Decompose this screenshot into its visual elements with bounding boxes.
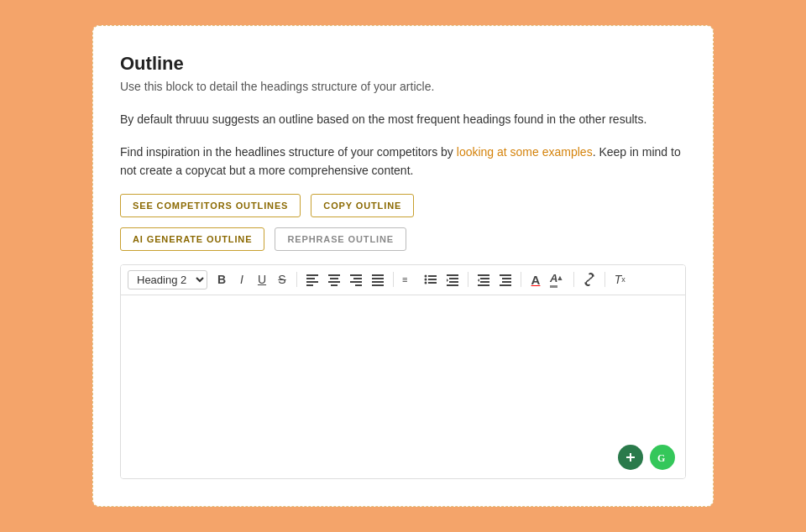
svg-point-19 (425, 279, 427, 281)
examples-link[interactable]: looking at some examples (457, 145, 593, 159)
description-2: Find inspiration in the headlines struct… (120, 143, 686, 180)
svg-rect-11 (355, 284, 362, 286)
svg-rect-7 (331, 284, 338, 286)
separator-3 (468, 272, 468, 287)
separator-5 (573, 272, 574, 287)
svg-rect-5 (330, 278, 338, 279)
page-subtitle: Use this block to detail the headings st… (120, 80, 686, 93)
see-competitors-button[interactable]: SEE COMPETITORS OUTLINES (120, 194, 301, 217)
ordered-list-button[interactable]: ≡ (399, 271, 419, 288)
svg-rect-12 (372, 274, 384, 276)
svg-point-17 (425, 275, 427, 278)
italic-button[interactable]: I (233, 271, 251, 288)
editor-footer: G (121, 438, 685, 478)
svg-rect-35 (502, 281, 511, 283)
svg-text:G: G (657, 452, 665, 464)
align-left-button[interactable] (302, 271, 322, 288)
svg-rect-0 (306, 274, 318, 276)
svg-rect-1 (306, 278, 315, 279)
description-1: By default thruuu suggests an outline ba… (120, 110, 686, 128)
svg-rect-13 (372, 278, 384, 279)
indent-increase-button[interactable] (442, 271, 463, 288)
svg-rect-22 (428, 282, 437, 284)
svg-rect-38 (626, 456, 635, 458)
editor-toolbar: Heading 2 Heading 1 Heading 3 Heading 4 … (121, 265, 685, 295)
grammarly-icon-button[interactable]: G (650, 445, 675, 470)
svg-rect-34 (502, 278, 511, 279)
copy-outline-button[interactable]: COPY OUTLINE (311, 194, 414, 217)
editor-wrapper: Heading 2 Heading 1 Heading 3 Heading 4 … (120, 264, 686, 479)
svg-rect-3 (306, 284, 313, 286)
svg-marker-27 (447, 279, 448, 282)
secondary-button-row: AI GENERATE OUTLINE REPHRASE OUTLINE (120, 227, 686, 251)
svg-rect-25 (449, 281, 458, 283)
align-justify-button[interactable] (368, 271, 388, 288)
separator-1 (296, 272, 297, 287)
svg-rect-4 (328, 274, 340, 276)
bold-button[interactable]: B (212, 271, 231, 288)
link-button[interactable] (579, 271, 599, 288)
svg-rect-2 (306, 281, 318, 283)
svg-rect-20 (428, 279, 437, 280)
font-highlight-button[interactable]: A ▲ (547, 270, 568, 289)
separator-2 (393, 272, 394, 287)
svg-rect-29 (480, 278, 489, 279)
indent-button[interactable] (495, 271, 516, 288)
svg-rect-36 (500, 284, 511, 286)
description-2-prefix: Find inspiration in the headlines struct… (120, 145, 457, 159)
page-title: Outline (120, 53, 686, 75)
primary-button-row: SEE COMPETITORS OUTLINES COPY OUTLINE (120, 194, 686, 217)
align-right-button[interactable] (346, 271, 366, 288)
ai-generate-button[interactable]: AI GENERATE OUTLINE (120, 227, 264, 251)
svg-rect-8 (350, 274, 362, 276)
separator-6 (604, 272, 605, 287)
svg-rect-24 (449, 278, 458, 279)
underline-button[interactable]: U (253, 271, 271, 288)
editor-content-area[interactable] (121, 295, 685, 438)
unordered-list-button[interactable] (421, 271, 441, 288)
svg-rect-14 (372, 281, 384, 283)
svg-rect-9 (353, 278, 362, 279)
outdent-button[interactable] (474, 271, 494, 288)
heading-select[interactable]: Heading 2 Heading 1 Heading 3 Heading 4 … (128, 270, 207, 289)
font-color-button[interactable]: A (526, 271, 545, 289)
svg-rect-31 (478, 284, 489, 286)
svg-rect-33 (500, 274, 511, 276)
svg-rect-23 (447, 274, 458, 276)
main-card: Outline Use this block to detail the hea… (92, 25, 714, 506)
svg-rect-10 (350, 281, 362, 283)
rephrase-button[interactable]: REPHRASE OUTLINE (275, 227, 406, 251)
svg-rect-28 (478, 274, 489, 276)
svg-point-21 (425, 282, 427, 284)
svg-rect-6 (328, 281, 340, 283)
svg-text:≡: ≡ (402, 274, 407, 284)
strikethrough-button[interactable]: S (273, 271, 291, 288)
svg-rect-30 (480, 281, 489, 283)
clear-format-button[interactable]: Tx (610, 271, 629, 288)
svg-rect-18 (428, 275, 437, 277)
separator-4 (521, 272, 521, 287)
add-icon-button[interactable] (618, 445, 643, 470)
svg-rect-15 (372, 284, 384, 286)
svg-marker-32 (478, 279, 479, 282)
align-center-button[interactable] (324, 271, 344, 288)
svg-rect-26 (447, 284, 458, 286)
